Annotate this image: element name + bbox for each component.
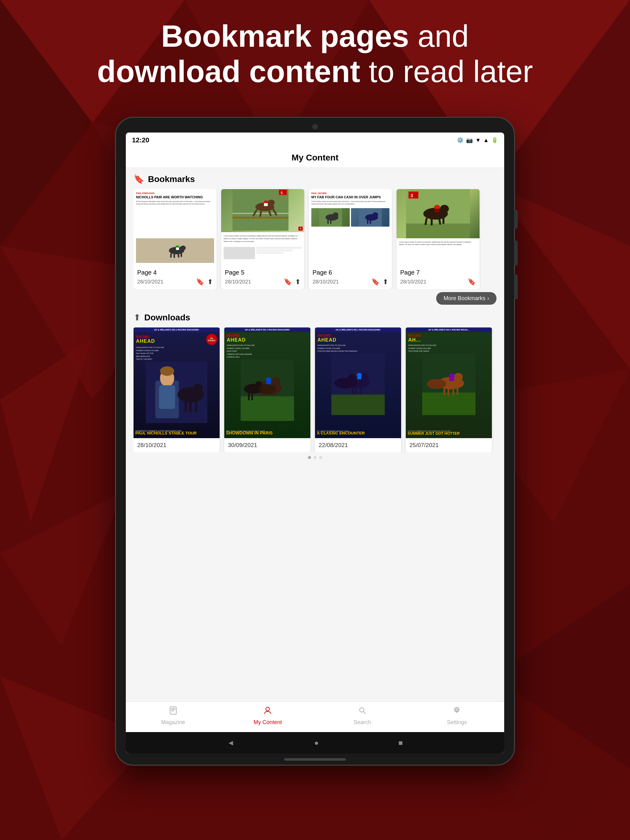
download-date-4: 25/07/2021 [406, 438, 492, 452]
more-bookmarks-button[interactable]: More Bookmarks › [436, 292, 497, 305]
bookmark-card-1[interactable]: PAUL FERGUSON NICHOLLS PAIR ARE WORTH WA… [133, 189, 217, 289]
svg-rect-95 [357, 376, 361, 379]
bookmark-info-3: Page 6 28/10/2021 🔖 ⬆ [309, 266, 392, 289]
bookmark-meta-1: 28/10/2021 🔖 ⬆ [137, 278, 213, 286]
cover-subtext-3: ST LEGER PROMISES MIGHTY DUEL [317, 430, 399, 432]
cover-photo-3 [315, 354, 401, 415]
bookmark-meta-4: 28/10/2021 🔖 [400, 278, 476, 286]
bookmark-actions-4: 🔖 [468, 278, 476, 286]
bookmark-icon-3[interactable]: 🔖 [371, 278, 380, 286]
bookmark-info-1: Page 4 28/10/2021 🔖 ⬆ [133, 266, 217, 289]
nav-item-magazine[interactable]: Magazine [155, 706, 192, 729]
nav-item-mycontent[interactable]: My Content [249, 706, 286, 729]
article-image-4: 3 [397, 189, 480, 238]
bookmark-icon-1[interactable]: 🔖 [196, 278, 204, 286]
download-card-3[interactable]: UK & IRELAND'S NO.1 RACING MAGAZINE! RAC… [315, 327, 401, 452]
android-back-btn[interactable]: ◄ [227, 739, 235, 747]
magazine-cover-1: UK & IRELAND'S NO.1 RACING MAGAZINE! RAC… [133, 327, 220, 438]
scroll-dot-1 [308, 456, 311, 459]
page-header: Bookmark pages and download content to r… [0, 19, 630, 89]
bookmark-actions-2: 🔖 ⬆ [283, 278, 301, 286]
app-title: My Content [291, 153, 339, 163]
bookmarks-row: PAUL FERGUSON NICHOLLS PAIR ARE WORTH WA… [133, 189, 497, 289]
svg-rect-91 [352, 387, 353, 395]
cover-racing-text-2: RACING [227, 334, 308, 337]
svg-rect-106 [449, 377, 454, 381]
share-icon-3[interactable]: ⬆ [383, 278, 388, 286]
download-card-4[interactable]: UK & IRELAND'S NO.1 RACING MAGA... RACIN… [406, 327, 492, 452]
race-badge-2: 5 [298, 227, 303, 231]
svg-point-100 [427, 379, 446, 388]
svg-rect-73 [195, 400, 198, 412]
svg-rect-39 [264, 203, 268, 206]
more-bookmarks-label: More Bookmarks [443, 295, 486, 302]
cover-logo-area-4: RACING AH... [406, 332, 492, 343]
svg-rect-103 [453, 388, 454, 395]
signal-icon: ▲ [483, 137, 489, 144]
download-card-1[interactable]: UK & IRELAND'S NO.1 RACING MAGAZINE! RAC… [133, 327, 220, 452]
svg-rect-40 [279, 190, 287, 195]
nav-item-search[interactable]: Search [344, 706, 381, 729]
tablet-screen: 12:20 ⚙️ 📷 ▼ ▲ 🔋 My Content 🔖 Bookmarks [126, 133, 504, 753]
battery-icon: 🔋 [491, 137, 498, 144]
scroll-dot-3 [319, 456, 322, 459]
cover-contents-3: FERGUSON'S FIVE TO FOLLOW POWER COOKE CO… [315, 343, 401, 354]
bookmark-icon-4[interactable]: 🔖 [468, 278, 476, 286]
bookmark-card-4[interactable]: 3 Lorem ipsum dolor sit amet consectetur… [397, 189, 480, 289]
download-card-2[interactable]: UK & IRELAND'S NO.1 RACING MAGAZINE! RAC… [224, 327, 310, 452]
cover-subtext-4: ACTION COMES FAST AND FURIOUS IN AUGUST [408, 430, 490, 432]
mycontent-nav-icon [263, 706, 272, 717]
svg-line-113 [363, 712, 366, 714]
article-body-1: W Paul Ferguson will explore some recent… [136, 201, 214, 205]
svg-point-44 [333, 212, 339, 217]
side-button-bot [514, 275, 518, 299]
android-nav-bar: ◄ ● ■ [126, 732, 504, 753]
article-headline-1: NICHOLLS PAIR ARE WORTH WATCHING [136, 195, 214, 199]
cover-top-bar-4: UK & IRELAND'S NO.1 RACING MAGA... [406, 327, 492, 332]
article-image-top-2: 5 5 [221, 189, 304, 232]
svg-rect-53 [406, 224, 470, 238]
magazine-cover-3: UK & IRELAND'S NO.1 RACING MAGAZINE! RAC… [315, 327, 401, 438]
download-date-2: 30/09/2021 [224, 438, 310, 452]
cover-racing-text-4: RACING [408, 334, 489, 337]
android-home-btn[interactable]: ● [314, 739, 319, 747]
bookmark-card-3[interactable]: PAUL JACOBS MY FAB FOUR CAN CASH IN OVER… [309, 189, 392, 289]
bookmark-thumb-3: PAUL JACOBS MY FAB FOUR CAN CASH IN OVER… [309, 189, 392, 266]
downloads-header: ⬆ Downloads [133, 313, 497, 322]
cover-racing-text-3: RACING [317, 334, 399, 337]
article-text-2: Lorem ipsum dolor sit amet consectetur a… [221, 232, 304, 262]
bookmark-date-4: 28/10/2021 [400, 279, 426, 285]
share-icon-1[interactable]: ⬆ [207, 278, 213, 286]
cover-contents-2: FERGUSON'S FIVE TO FOLLOW POWER COOKE CO… [224, 343, 310, 359]
magazine-cover-4: UK & IRELAND'S NO.1 RACING MAGA... RACIN… [406, 327, 492, 438]
svg-rect-84 [251, 394, 253, 400]
svg-rect-24 [174, 254, 175, 258]
article-author-3: PAUL JACOBS [311, 192, 389, 194]
bookmark-page-1: Page 4 [137, 269, 213, 276]
android-recents-btn[interactable]: ■ [398, 739, 403, 747]
status-icons: ⚙️ 📷 ▼ ▲ 🔋 [457, 137, 498, 144]
bookmark-actions-3: 🔖 ⬆ [371, 278, 388, 286]
magazine-cover-2: UK & IRELAND'S NO.1 RACING MAGAZINE! RAC… [224, 327, 310, 438]
svg-rect-59 [442, 217, 444, 224]
bookmark-thumb-4: 3 Lorem ipsum dolor sit amet consectetur… [397, 189, 480, 266]
svg-rect-57 [431, 219, 432, 225]
bookmark-page-3: Page 6 [313, 269, 388, 276]
bookmark-icon-2[interactable]: 🔖 [283, 278, 292, 286]
downloads-title: Downloads [144, 313, 190, 322]
side-button-top [514, 210, 518, 229]
article-headline-3: MY FAB FOUR CAN CASH IN OVER JUMPS [311, 195, 389, 199]
content-area: 🔖 Bookmarks PAUL FERGUSON NICHOLLS PAIR … [126, 168, 504, 701]
bookmark-actions-1: 🔖 ⬆ [196, 278, 213, 286]
bookmark-card-2[interactable]: 5 5 Lorem ipsum dolor sit amet consectet… [221, 189, 304, 289]
header-normal-2: to read later [360, 54, 533, 88]
tablet-frame: 12:20 ⚙️ 📷 ▼ ▲ 🔋 My Content 🔖 Bookmarks [115, 117, 515, 766]
bookmark-thumb-2: 5 5 Lorem ipsum dolor sit amet consectet… [221, 189, 304, 266]
search-nav-icon [358, 706, 367, 717]
share-icon-2[interactable]: ⬆ [295, 278, 301, 286]
header-normal-1: and [409, 19, 469, 53]
nav-item-settings[interactable]: Settings [438, 706, 475, 729]
download-section-icon: ⬆ [133, 313, 141, 322]
article-image-1 [136, 238, 214, 263]
header-bold-1: Bookmark pages [161, 19, 409, 53]
